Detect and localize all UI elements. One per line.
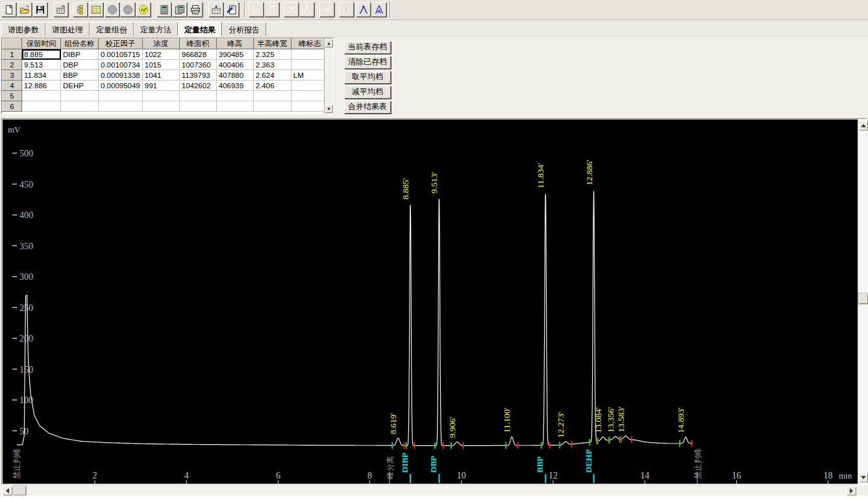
grid-cell[interactable]: 0.00095049 [99,81,143,91]
grid-cell[interactable] [253,91,291,101]
tab-谱图处理[interactable]: 谱图处理 [45,22,90,36]
tab-定量结果[interactable]: 定量结果 [178,21,222,36]
button-当前表存档[interactable]: 当前表存档 [344,41,391,54]
grid-cell[interactable] [142,91,179,101]
grid-cell[interactable] [216,91,253,101]
grid-cell[interactable]: 406939 [216,81,253,91]
grid-cell[interactable] [99,91,143,101]
grid-cell[interactable]: 390485 [216,49,253,60]
button-取平均档[interactable]: 取平均档 [344,71,391,84]
grid-cell[interactable] [61,91,99,101]
svg-text:11.834': 11.834' [536,163,545,188]
grid-cell[interactable]: 2.624 [253,70,291,81]
grid-cell[interactable]: 1015 [142,60,179,70]
grid-cell[interactable]: 2.406 [253,81,291,91]
grid-cell[interactable]: LM [291,70,329,81]
grid-cell[interactable]: 400406 [216,60,253,70]
chart-scroll-up-button[interactable] [859,121,868,131]
tab-定量方法[interactable]: 定量方法 [134,22,178,36]
grid-cell[interactable] [291,101,329,112]
chart-vscroll-thumb[interactable] [859,293,868,304]
grid-cell[interactable] [179,101,216,112]
grid-cell[interactable]: DEHP [61,81,99,91]
chart-horizontal-scrollbar[interactable] [1,484,858,495]
row-header-1[interactable]: 1 [3,49,22,60]
stop-circle-icon-2 [123,5,133,15]
grid-cell[interactable]: 1022 [142,49,179,60]
grid-vertical-scrollbar[interactable]: ▲ ▼ [324,38,333,114]
grid-cell[interactable]: 0.00091338 [99,70,143,81]
grid-scroll-up-button[interactable]: ▲ [325,39,333,47]
chart-hscroll-thumb[interactable] [14,486,26,495]
grid-cell[interactable] [61,101,99,112]
grid-cell[interactable]: 1139793 [179,70,216,81]
print-button[interactable] [188,2,203,17]
grid-cell[interactable]: 1007360 [179,60,216,70]
chart-scroll-down-button[interactable] [859,473,868,482]
new-document-button[interactable] [1,2,16,17]
grid-cell[interactable]: 0.00105715 [99,49,143,60]
grid-cell[interactable]: 2.325 [253,49,291,60]
grid-cell[interactable] [99,101,143,112]
import-table-button[interactable] [208,2,223,17]
button-减平均档[interactable]: 减平均档 [344,86,391,99]
grid-cell[interactable]: 8.885 [22,49,61,60]
open-file-button[interactable] [17,2,32,17]
svg-text:13.583': 13.583' [616,406,626,432]
grid-cell[interactable]: DIBP [61,49,99,60]
row-header-3[interactable]: 3 [3,70,22,81]
tab-谱图参数[interactable]: 谱图参数 [1,22,45,36]
grid-cell[interactable]: 12.886 [22,81,61,91]
button-合并结果表[interactable]: 合并结果表 [344,101,391,114]
stop-circle-button[interactable] [105,2,119,17]
grid-cell[interactable] [22,101,61,112]
grid-cell[interactable] [253,101,291,112]
grid-cell[interactable]: 1041 [142,70,179,81]
svg-text:14: 14 [640,471,649,480]
export-report-button[interactable] [53,2,68,17]
split-peak-button[interactable] [371,2,386,17]
tab-定量组份[interactable]: 定量组份 [90,22,134,36]
save-file-button[interactable] [32,2,47,17]
grid-cell[interactable] [216,101,253,112]
grid-cell[interactable] [179,91,216,101]
grid-cell[interactable] [22,91,61,101]
grid-cell[interactable]: 2.363 [253,60,291,70]
chromatogram-plot[interactable]: mV50045040035030025020015010050246810121… [3,119,858,484]
grid-cell[interactable]: 407880 [216,70,253,81]
component-tree-button[interactable] [73,2,88,17]
grid-cell[interactable]: 966828 [179,49,216,60]
calculator-button[interactable] [156,2,171,17]
grid-cell[interactable] [142,101,179,112]
chart-scroll-right-button[interactable] [847,486,856,495]
grid-table-button[interactable] [88,2,103,17]
grid-cell[interactable]: BBP [61,70,99,81]
grid-cell[interactable] [291,81,329,91]
add-peak-button[interactable] [356,2,371,17]
edit-report-button[interactable] [224,2,239,17]
chart-vertical-scrollbar[interactable] [858,119,868,484]
svg-text:DBP: DBP [428,456,438,473]
row-header-4[interactable]: 4 [3,81,22,91]
row-header-5[interactable]: 5 [3,91,22,101]
grid-cell[interactable]: 9.513 [22,60,61,70]
acquire-signal-button[interactable] [136,2,151,17]
stop-circle-button-2[interactable] [120,2,135,17]
grid-cell[interactable]: 11.834 [22,70,61,81]
peak-end-mark-icon [267,5,277,15]
button-清除已存档[interactable]: 清除已存档 [344,56,391,69]
chart-scroll-left-button[interactable] [3,486,12,495]
row-header-6[interactable]: 6 [3,101,22,112]
grid-scroll-down-button[interactable]: ▼ [325,105,333,113]
grid-cell[interactable]: 991 [142,81,179,91]
grid-cell[interactable]: DBP [61,60,99,70]
grid-cell[interactable]: 0.00100734 [99,60,143,70]
grid-cell[interactable] [291,91,329,101]
tab-分析报告[interactable]: 分析报告 [222,22,266,36]
grid-cell[interactable]: 1042602 [179,81,216,91]
column-header-组份名称: 组份名称 [61,39,99,49]
grid-cell[interactable] [291,49,329,60]
row-header-2[interactable]: 2 [3,60,22,70]
grid-cell[interactable] [291,60,329,70]
batch-calculate-button[interactable] [172,2,187,17]
